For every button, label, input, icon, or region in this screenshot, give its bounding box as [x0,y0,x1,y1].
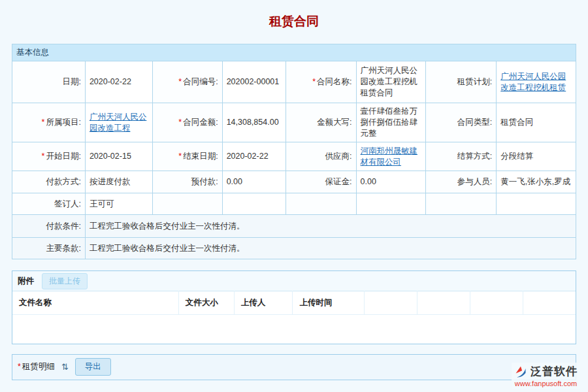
table-row: 付款方式: 按进度付款 预付款: 0.00 保证金: 0.00 参与人员: 黄一… [12,171,576,193]
column-empty [470,291,523,315]
participants-label: 参与人员: [426,171,497,193]
empty-cell [356,193,426,215]
column-empty [417,291,470,315]
empty-cell [497,193,576,215]
pay-method-label: 付款方式: [12,171,86,193]
project-label-text: 所属项目: [46,118,80,127]
empty-cell [286,193,356,215]
empty-cell [222,193,286,215]
attachments-section: 附件 批量上传 文件名称 文件大小 上传人 上传时间 [12,270,576,344]
pay-method-value: 按进度付款 [85,171,152,193]
column-uploader: 上传人 [234,291,293,315]
lease-detail-title-text: 租赁明细 [22,362,55,371]
content-area: 基本信息 日期: 2020-02-22 *合同编号: 202002-00001 … [12,44,576,380]
amount-caps-value: 壹仟肆佰叁拾万捌仟捌佰伍拾肆元整 [356,103,426,142]
column-file-name: 文件名称 [12,291,178,315]
batch-upload-button[interactable]: 批量上传 [42,273,88,289]
vendor-url-text: www.fanpusoft.com [514,380,578,387]
vendor-watermark: 泛普软件 www.fanpusoft.com [512,363,580,389]
supplier-link[interactable]: 河南郑州晟敏建材有限公司 [361,146,418,167]
participants-label-text: 参与人员: [457,177,492,186]
lease-plan-link[interactable]: 广州天河人民公园改造工程挖机租赁 [500,72,566,92]
section-header-row: 基本信息 [12,44,576,61]
required-marker: * [42,118,45,127]
lease-detail-section-bar: *租赁明细 ⇅ 导出 [12,354,576,380]
lease-plan-label: 租赁计划: [426,61,497,103]
required-marker: * [178,152,182,161]
signer-value: 王可可 [85,193,152,215]
date-label: 日期: [12,61,86,103]
column-empty [365,291,417,315]
end-date-label: *结束日期: [152,142,222,171]
basic-info-table: 基本信息 日期: 2020-02-22 *合同编号: 202002-00001 … [12,44,576,259]
contract-type-label-text: 合同类型: [457,118,492,127]
contract-name-label-text: 合同名称: [317,77,351,86]
contract-type-value: 租赁合同 [497,103,576,142]
end-date-value: 2020-02-22 [222,142,286,171]
vendor-brand-text: 泛普软件 [531,364,578,379]
amount-value: 14,308,854.00 [222,103,286,142]
pay-terms-value: 工程完工验收合格后交付业主一次性付清。 [85,215,576,238]
prepay-label-text: 预付款: [191,177,218,186]
date-value: 2020-02-22 [85,61,152,103]
start-date-label-text: 开始日期: [46,152,80,161]
table-row: 签订人: 王可可 [12,193,576,215]
deposit-label-text: 保证金: [325,177,352,186]
project-link[interactable]: 广州天河人民公园改造工程 [90,112,147,133]
basic-info-section-title: 基本信息 [12,44,576,61]
table-row: *所属项目: 广州天河人民公园改造工程 *合同金额: 14,308,854.00… [12,103,576,142]
fanpu-logo-icon [514,365,527,378]
prepay-value: 0.00 [222,171,286,193]
table-row: 日期: 2020-02-22 *合同编号: 202002-00001 *合同名称… [12,61,576,103]
main-terms-label: 主要条款: [12,238,86,259]
sort-icon[interactable]: ⇅ [61,362,69,372]
table-row: 付款条件: 工程完工验收合格后交付业主一次性付清。 [12,215,576,238]
attachments-header-row: 文件名称 文件大小 上传人 上传时间 [12,291,576,315]
attachments-title: 附件 [18,276,34,287]
empty-cell [152,193,222,215]
column-upload-time: 上传时间 [293,291,365,315]
amount-caps-label-text: 金额大写: [317,118,351,127]
signer-label-text: 签订人: [54,199,81,208]
amount-caps-label: 金额大写: [286,103,356,142]
empty-cell [426,193,497,215]
settlement-value: 分段结算 [497,142,576,171]
project-cell: 广州天河人民公园改造工程 [85,103,152,142]
contract-type-label: 合同类型: [426,103,497,142]
supplier-cell: 河南郑州晟敏建材有限公司 [356,142,426,171]
page-title: 租赁合同 [0,13,588,30]
contract-no-label: *合同编号: [152,61,222,103]
column-file-size: 文件大小 [178,291,234,315]
column-empty [523,291,576,315]
start-date-label: *开始日期: [12,142,86,171]
contract-name-label: *合同名称: [286,61,356,103]
amount-label: *合同金额: [152,103,222,142]
main-terms-value: 工程完工验收合格后交付业主一次性付清。 [85,238,576,259]
vendor-watermark-top: 泛普软件 [514,364,578,379]
required-marker: * [178,118,182,127]
date-label-text: 日期: [62,77,80,86]
settlement-label-text: 结算方式: [457,152,492,161]
contract-no-value: 202002-00001 [222,61,286,103]
supplier-label: 供应商: [286,142,356,171]
contract-no-label-text: 合同编号: [183,77,218,86]
pay-terms-label: 付款条件: [12,215,86,238]
contract-name-value: 广州天河人民公园改造工程挖机租赁合同 [356,61,426,103]
signer-label: 签订人: [12,193,86,215]
project-label: *所属项目: [12,103,86,142]
export-button[interactable]: 导出 [75,358,111,376]
table-row: *开始日期: 2020-02-15 *结束日期: 2020-02-22 供应商:… [12,142,576,171]
attachments-empty-row [12,315,576,344]
required-marker: * [312,77,316,86]
required-marker: * [42,152,45,161]
attachments-table: 文件名称 文件大小 上传人 上传时间 [12,291,576,344]
lease-detail-title: *租赁明细 [18,361,55,372]
attachments-empty-body [12,315,576,344]
deposit-label: 保证金: [286,171,356,193]
attachments-header: 附件 批量上传 [12,271,576,291]
end-date-label-text: 结束日期: [183,152,218,161]
amount-label-text: 合同金额: [183,118,218,127]
participants-value: 黄一飞,张小东,罗成 [497,171,576,193]
table-row: 主要条款: 工程完工验收合格后交付业主一次性付清。 [12,238,576,259]
pay-terms-label-text: 付款条件: [46,221,80,231]
